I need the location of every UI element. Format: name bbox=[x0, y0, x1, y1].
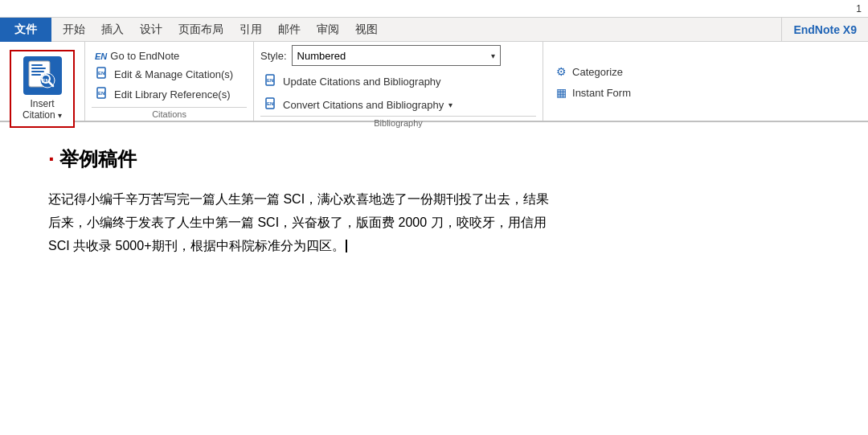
style-dropdown-arrow: ▾ bbox=[491, 51, 495, 60]
insert-citation-label: Insert Citation ▾ bbox=[23, 98, 62, 121]
style-value: Numbered bbox=[297, 50, 346, 62]
insert-citation-button[interactable]: EN Insert Citation ▾ bbox=[10, 50, 75, 128]
document-paragraph-2: 后来，小编终于发表了人生中第一篇 SCI，兴奋极了，版面费 2000 刀，咬咬牙… bbox=[48, 211, 820, 235]
go-endnote-icon: EN bbox=[95, 51, 107, 61]
convert-arrow: ▾ bbox=[448, 101, 452, 109]
top-bar: 1 bbox=[0, 0, 868, 18]
edit-manage-citation-button[interactable]: EN Edit & Manage Citation(s) bbox=[92, 65, 247, 84]
insert-citation-icon: EN bbox=[23, 56, 62, 95]
svg-text:EN: EN bbox=[267, 78, 273, 83]
convert-citations-icon: EN bbox=[264, 97, 280, 113]
svg-text:EN: EN bbox=[267, 101, 273, 106]
update-citations-button[interactable]: EN Update Citations and Bibliography bbox=[260, 72, 536, 91]
title-text: 举例稿件 bbox=[59, 146, 137, 172]
edit-manage-citation-label: Edit & Manage Citation(s) bbox=[114, 68, 233, 80]
menu-item-start[interactable]: 开始 bbox=[55, 18, 93, 42]
svg-rect-1 bbox=[31, 64, 43, 66]
convert-citations-button[interactable]: EN Convert Citations and Bibliography ▾ bbox=[260, 96, 536, 114]
edit-citation-icon: EN bbox=[95, 67, 111, 82]
svg-text:EN: EN bbox=[98, 71, 104, 76]
document-title: · 举例稿件 bbox=[48, 146, 820, 172]
style-dropdown[interactable]: Numbered ▾ bbox=[292, 45, 501, 66]
menu-item-mail[interactable]: 邮件 bbox=[270, 18, 309, 42]
document-paragraph-3: SCI 共收录 5000+期刊，根据中科院标准分为四区。 bbox=[48, 235, 820, 258]
style-row: Style: Numbered ▾ bbox=[260, 45, 536, 66]
menu-bar: 文件 开始 插入 设计 页面布局 引用 邮件 审阅 视图 EndNote X9 bbox=[0, 18, 868, 42]
go-to-endnote-button[interactable]: EN Go to EndNote bbox=[92, 48, 247, 64]
citation-icon-svg: EN bbox=[27, 60, 59, 92]
edit-library-label: Edit Library Reference(s) bbox=[114, 88, 231, 101]
svg-rect-3 bbox=[31, 71, 44, 72]
file-menu-button[interactable]: 文件 bbox=[0, 18, 51, 42]
bibliography-group-title: Bibliography bbox=[260, 116, 536, 129]
title-bullet: · bbox=[48, 146, 55, 172]
paragraph-1-text: 还记得小编千辛万苦写完一篇人生第一篇 SCI，满心欢喜地选了一份期刊投了出去，结… bbox=[48, 192, 549, 206]
go-to-endnote-label: Go to EndNote bbox=[110, 50, 179, 62]
instant-form-icon: ▦ bbox=[553, 86, 569, 99]
update-citations-label: Update Citations and Bibliography bbox=[283, 76, 441, 88]
citations-group-title: Citations bbox=[92, 107, 247, 121]
categorize-button[interactable]: ⚙ Categorize bbox=[550, 64, 634, 80]
menu-item-insert[interactable]: 插入 bbox=[93, 18, 132, 42]
svg-rect-4 bbox=[31, 74, 41, 76]
svg-text:EN: EN bbox=[42, 78, 50, 84]
instant-form-label: Instant Form bbox=[572, 87, 631, 99]
document-paragraph-1: 还记得小编千辛万苦写完一篇人生第一篇 SCI，满心欢喜地选了一份期刊投了出去，结… bbox=[48, 188, 820, 211]
convert-citations-label: Convert Citations and Bibliography bbox=[283, 99, 444, 111]
document-content: · 举例稿件 还记得小编千辛万苦写完一篇人生第一篇 SCI，满心欢喜地选了一份期… bbox=[0, 122, 868, 281]
instant-form-button[interactable]: ▦ Instant Form bbox=[550, 84, 634, 101]
menu-item-endnote[interactable]: EndNote X9 bbox=[781, 18, 868, 42]
menu-item-page-layout[interactable]: 页面布局 bbox=[170, 18, 231, 42]
text-cursor bbox=[346, 240, 347, 252]
style-label: Style: bbox=[260, 50, 287, 62]
categorize-icon: ⚙ bbox=[553, 65, 569, 78]
svg-text:EN: EN bbox=[98, 91, 104, 96]
citations-group-items: EN Go to EndNote EN Edit & Manage Citati… bbox=[92, 45, 247, 107]
page-number: 1 bbox=[856, 3, 862, 14]
paragraph-2-text: 后来，小编终于发表了人生中第一篇 SCI，兴奋极了，版面费 2000 刀，咬咬牙… bbox=[48, 215, 547, 229]
menu-item-design[interactable]: 设计 bbox=[132, 18, 170, 42]
menu-item-review[interactable]: 审阅 bbox=[309, 18, 347, 42]
menu-item-view[interactable]: 视图 bbox=[347, 18, 386, 42]
update-citations-icon: EN bbox=[264, 74, 280, 89]
paragraph-3-text: SCI 共收录 5000+期刊，根据中科院标准分为四区。 bbox=[48, 239, 345, 252]
edit-library-icon: EN bbox=[95, 87, 111, 102]
svg-rect-2 bbox=[31, 68, 46, 69]
ribbon: EN Insert Citation ▾ EN Go to EndNote EN… bbox=[0, 42, 868, 122]
menu-item-reference[interactable]: 引用 bbox=[231, 18, 270, 42]
edit-library-reference-button[interactable]: EN Edit Library Reference(s) bbox=[92, 85, 247, 104]
categorize-label: Categorize bbox=[572, 66, 623, 78]
